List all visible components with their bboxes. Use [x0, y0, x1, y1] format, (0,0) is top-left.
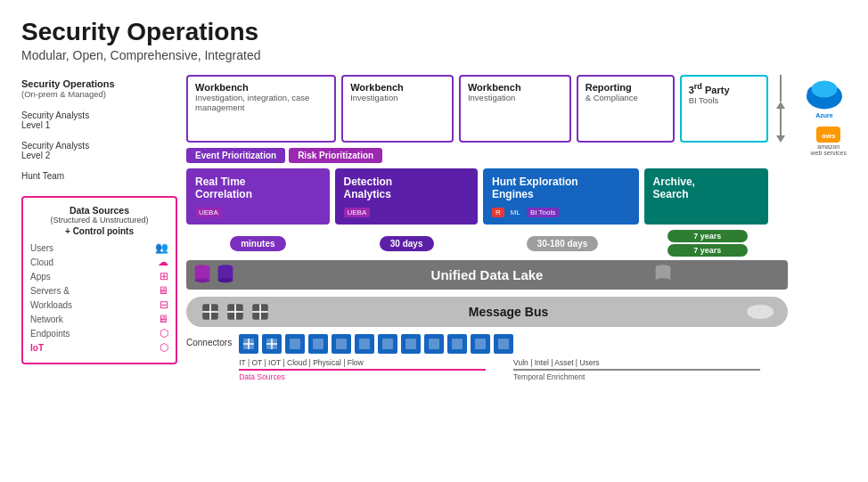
real-time-correlation: Real TimeCorrelation UEBA: [186, 168, 330, 225]
svg-rect-33: [336, 339, 347, 349]
left-panel: Security Operations (On-prem & Managed) …: [21, 75, 177, 381]
msg-bus-row: Message Bus: [186, 297, 788, 327]
conn-2: [262, 334, 282, 354]
azure-cloud: Azure: [802, 75, 847, 119]
svg-rect-38: [452, 339, 463, 349]
prioritization-row: Event Prioritization Risk Prioritization: [186, 148, 788, 163]
ml-badge: ML: [507, 208, 524, 217]
udl-cylinders-right: [654, 263, 672, 288]
analyst-label-1: Security AnalystsLevel 1: [21, 110, 170, 130]
conn-9: [424, 334, 444, 354]
connectors-label: Connectors: [186, 338, 232, 347]
ds-label: Data Sources: [239, 372, 513, 381]
analyst-row-2: Security AnalystsLevel 2: [21, 141, 177, 160]
time-minutes: minutes: [230, 236, 285, 251]
time-row: minutes 30 days 30-180 days 7 years 7 ye…: [186, 230, 788, 257]
time-30d: 30 days: [380, 236, 434, 251]
conn-5: [332, 334, 351, 354]
source-labels-bottom: Vuln | Intel | Asset | Users: [513, 358, 788, 367]
analyst-row-1: Security AnalystsLevel 1: [21, 110, 177, 130]
svg-rect-32: [313, 339, 323, 349]
ueba-badge-1: UEBA: [195, 208, 222, 217]
cloud-area: Azure aws amazonweb services: [802, 75, 847, 156]
time-7y-2: 7 years: [667, 244, 748, 257]
ds-item-apps: Apps ⊞: [30, 270, 168, 282]
conn-4: [308, 334, 328, 354]
workbench-3: Workbench Investigation: [459, 75, 571, 143]
r-badge: R: [492, 208, 504, 217]
temporal-arrow-line: [513, 369, 760, 371]
page-title: Security Operations: [21, 18, 847, 46]
iot-icon: ⬡: [160, 341, 168, 354]
ds-item-cloud: Cloud ☁: [30, 256, 168, 268]
arrow-head-down: [776, 135, 785, 143]
he-badges: R ML BI Tools: [492, 204, 630, 217]
workbench-row: Workbench Investigation, integration, ca…: [186, 75, 788, 143]
connectors-row: Connectors: [186, 334, 788, 381]
conn-11: [471, 334, 490, 354]
archive-search: Archive,Search: [644, 168, 768, 225]
conn-10: [447, 334, 467, 354]
ueba-badge-2: UEBA: [344, 208, 371, 217]
msg-bus-icons: [201, 302, 270, 322]
engine-row: Real TimeCorrelation UEBA DetectionAnaly…: [186, 168, 788, 225]
conn-3: [285, 334, 305, 354]
wb2-title: Workbench: [350, 82, 445, 93]
data-sources-box: Data Sources (Structured & Unstructured)…: [21, 196, 177, 364]
wb1-title: Workbench: [195, 82, 327, 93]
wb1-sub: Investigation, integration, case managem…: [195, 93, 327, 112]
da-badges: UEBA: [344, 204, 470, 217]
network-icon: 🖥: [158, 313, 168, 325]
reporting-box: Reporting & Compliance: [577, 75, 675, 143]
temporal-label: Temporal Enrichment: [513, 372, 788, 381]
time-180d: 30-180 days: [527, 236, 599, 251]
aws-label: amazonweb services: [811, 143, 847, 156]
aws-area: aws amazonweb services: [811, 127, 847, 156]
ds-control: + Control points: [30, 226, 168, 236]
3p-title: 3rd Party: [689, 82, 759, 95]
workloads-icon: ⊟: [160, 298, 168, 311]
conn-6: [355, 334, 374, 354]
arrow-line-up: [780, 75, 782, 102]
users-icon: 👥: [155, 241, 168, 254]
svg-rect-35: [382, 339, 393, 349]
ds-item-network: Network 🖥: [30, 313, 168, 325]
arrow-line-down: [780, 109, 782, 135]
as-title: Archive,Search: [653, 176, 759, 200]
vert-arrow-area: [774, 75, 788, 143]
svg-point-12: [218, 278, 233, 282]
msg-bus-end: [747, 305, 774, 319]
svg-point-15: [656, 278, 671, 282]
event-prio: Event Prioritization: [186, 148, 285, 163]
da-title: DetectionAnalytics: [344, 176, 470, 200]
diagram-area: Workbench Investigation, integration, ca…: [186, 75, 847, 381]
source-labels-top: IT | OT | IOT | Cloud | Physical | Flow: [239, 358, 513, 367]
apps-icon: ⊞: [160, 270, 168, 282]
workbench-1: Workbench Investigation, integration, ca…: [186, 75, 336, 143]
aws-logo: aws: [816, 127, 840, 143]
svg-rect-31: [290, 339, 300, 349]
cloud-icon: ☁: [158, 256, 168, 268]
svg-point-44: [812, 80, 838, 97]
sec-ops-sub: (On-prem & Managed): [21, 89, 177, 99]
hunt-exploration: Hunt ExplorationEngines R ML BI Tools: [483, 168, 639, 225]
conn-12: [494, 334, 513, 354]
ds-item-users: Users 👥: [30, 241, 168, 254]
third-party-box: 3rd Party BI Tools: [680, 75, 768, 143]
svg-rect-34: [359, 339, 370, 349]
time-7y-1: 7 years: [667, 230, 748, 242]
udl-label: Unified Data Lake: [431, 267, 544, 282]
ds-sub: (Structured & Unstructured): [30, 216, 168, 225]
ds-title: Data Sources: [30, 205, 168, 216]
3p-sub: BI Tools: [689, 95, 759, 105]
azure-label: Azure: [802, 112, 847, 118]
ds-item-workloads: Workloads ⊟: [30, 298, 168, 311]
wb3-title: Workbench: [468, 82, 562, 93]
udl-row: Unified Data Lake: [186, 260, 788, 290]
page-subtitle: Modular, Open, Comprehensive, Integrated: [21, 48, 847, 62]
analyst-label-2: Security AnalystsLevel 2: [21, 141, 170, 160]
connector-icons: [239, 334, 788, 354]
svg-rect-40: [498, 339, 509, 349]
ds-arrow-line: [239, 369, 486, 371]
ds-item-servers: Servers & 🖥: [30, 284, 168, 297]
